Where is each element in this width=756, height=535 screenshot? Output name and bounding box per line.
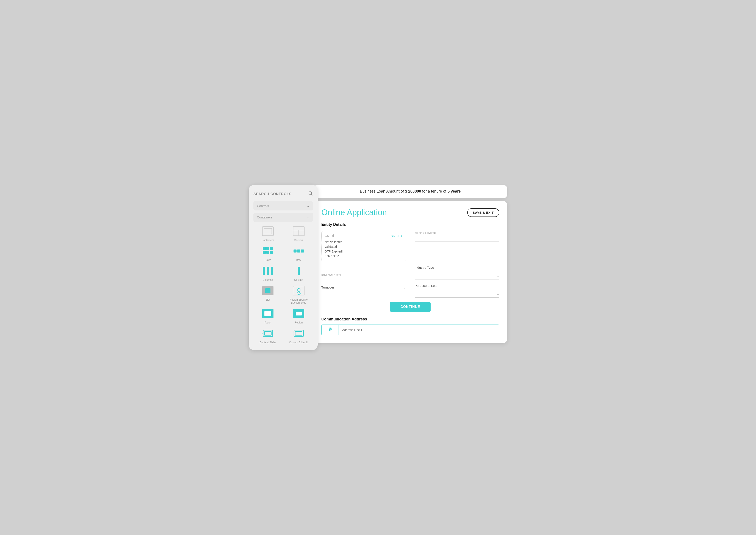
svg-text:‹: ‹ (293, 332, 293, 335)
entity-form-grid: GST id VERIFY Not Validated Validated OT… (321, 231, 499, 297)
business-name-input[interactable] (321, 266, 406, 273)
list-item[interactable]: Validated (325, 244, 403, 249)
business-name-label: Business Name (321, 273, 406, 276)
industry-type-field: Industry Type ⌄ (415, 266, 499, 279)
svg-rect-14 (297, 249, 300, 253)
svg-text:›: › (303, 332, 304, 335)
grid-item-region-specific-bg[interactable]: Region Specific Backgrounds (284, 285, 313, 304)
grid-item-rows[interactable]: Rows (254, 245, 282, 262)
gst-label: GST id (325, 234, 334, 238)
continue-button[interactable]: CONTINUE (390, 302, 431, 312)
grid-item-section[interactable]: Section (284, 225, 313, 242)
svg-text:‹: ‹ (262, 332, 263, 335)
loan-amount: $ 200000 (405, 189, 421, 194)
containers-dropdown[interactable]: Containers ⌄ (254, 212, 313, 222)
turnover-field: Turnover ⌄ (321, 284, 406, 297)
controls-dropdown[interactable]: Controls ⌄ (254, 201, 313, 211)
main-card: Online Application SAVE & EXIT Entity De… (313, 201, 507, 343)
search-controls-title: SEARCH CONTROLS (254, 192, 292, 196)
entity-details-section: Entity Details GST id VERIFY Not Validat… (321, 222, 499, 335)
grid-item-label: Rows (264, 259, 271, 262)
svg-rect-25 (264, 311, 271, 316)
entity-details-title: Entity Details (321, 222, 499, 227)
svg-rect-29 (264, 331, 271, 335)
gst-top-row: GST id VERIFY (325, 234, 403, 238)
svg-rect-3 (264, 228, 272, 234)
grid-item-custom-slider[interactable]: ‹ › Custom Slider Li (284, 327, 313, 344)
left-panel: SEARCH CONTROLS Controls ⌄ Containers ⌄ (249, 185, 318, 350)
svg-line-1 (311, 194, 312, 195)
svg-rect-13 (293, 249, 297, 253)
gst-dropdown-list: Not Validated Validated OTP Expired! Ent… (325, 239, 403, 259)
address-pin-cell (322, 325, 339, 335)
grid-item-slot[interactable]: Slot (254, 285, 282, 304)
svg-rect-12 (270, 251, 273, 254)
address-line-input[interactable] (339, 325, 499, 335)
gst-field: GST id VERIFY Not Validated Validated OT… (321, 231, 406, 261)
monthly-revenue-field: Monthly Revenue (415, 231, 499, 261)
svg-rect-21 (265, 288, 270, 293)
svg-text:›: › (272, 332, 273, 335)
svg-rect-19 (298, 267, 300, 275)
location-icon (328, 327, 332, 332)
list-item[interactable]: Enter OTP (325, 254, 403, 259)
communication-address-section: Communication Address (321, 317, 499, 335)
gst-field-wrapper: GST id VERIFY Not Validated Validated OT… (321, 231, 406, 261)
communication-address-title: Communication Address (321, 317, 499, 322)
industry-type-wrapper: ⌄ (415, 272, 499, 279)
grid-item-label: Panel (264, 321, 271, 324)
chevron-down-icon: ⌄ (307, 215, 310, 219)
grid-item-column[interactable]: Column (284, 265, 313, 281)
grid-item-label: Slot (265, 298, 270, 301)
svg-rect-16 (263, 267, 265, 275)
purpose-of-loan-label: Purpose of Loan (415, 284, 499, 289)
purpose-of-loan-field: Purpose of Loan ⌄ (415, 284, 499, 297)
save-exit-button[interactable]: SAVE & EXIT (467, 208, 499, 217)
svg-rect-15 (301, 249, 304, 253)
top-banner: Business Loan Amount of $ 200000 for a t… (313, 185, 507, 198)
svg-rect-10 (263, 251, 266, 254)
grid-item-label: Column (294, 278, 303, 281)
chevron-down-icon: ⌄ (307, 204, 310, 208)
grid-item-label: Region (294, 321, 303, 324)
svg-point-23 (297, 289, 300, 292)
grid-item-region[interactable]: Region (284, 308, 313, 324)
list-item[interactable]: OTP Expired! (325, 249, 403, 254)
industry-type-label: Industry Type (415, 266, 499, 271)
purpose-wrapper: ⌄ (415, 290, 499, 297)
list-item[interactable]: Not Validated (325, 239, 403, 244)
search-icon[interactable] (308, 191, 313, 197)
verify-button[interactable]: VERIFY (392, 234, 403, 238)
grid-item-row[interactable]: Row (284, 245, 313, 262)
svg-rect-8 (266, 247, 269, 250)
grid-item-label: Section (294, 239, 303, 242)
controls-grid: Containers Section (254, 225, 313, 344)
svg-rect-11 (266, 251, 269, 254)
grid-item-containers[interactable]: Containers (254, 225, 282, 242)
svg-rect-22 (293, 286, 304, 295)
monthly-revenue-label: Monthly Revenue (415, 231, 499, 235)
turnover-wrapper: Turnover ⌄ (321, 284, 406, 291)
svg-rect-33 (295, 331, 302, 335)
svg-point-36 (329, 328, 331, 330)
search-controls-header: SEARCH CONTROLS (254, 191, 313, 197)
svg-rect-27 (296, 312, 302, 316)
address-row (321, 324, 499, 335)
grid-item-label: Custom Slider Li (289, 341, 308, 344)
grid-item-content-slider[interactable]: ‹ › Content Slider (254, 327, 282, 344)
purpose-of-loan-select[interactable] (415, 290, 499, 297)
svg-rect-7 (263, 247, 266, 250)
card-header: Online Application SAVE & EXIT (321, 208, 499, 217)
grid-item-label: Containers (261, 239, 274, 242)
grid-item-columns[interactable]: Columns (254, 265, 282, 281)
continue-row: CONTINUE (321, 302, 499, 312)
monthly-revenue-input[interactable] (415, 235, 499, 242)
grid-item-label: Row (296, 259, 301, 262)
svg-rect-18 (271, 267, 273, 275)
turnover-select[interactable]: Turnover (321, 284, 406, 291)
grid-item-panel[interactable]: Panel (254, 308, 282, 324)
svg-rect-17 (267, 267, 269, 275)
grid-item-label: Content Slider (259, 341, 276, 344)
industry-type-select[interactable] (415, 272, 499, 279)
business-name-field: Business Name (321, 266, 406, 279)
